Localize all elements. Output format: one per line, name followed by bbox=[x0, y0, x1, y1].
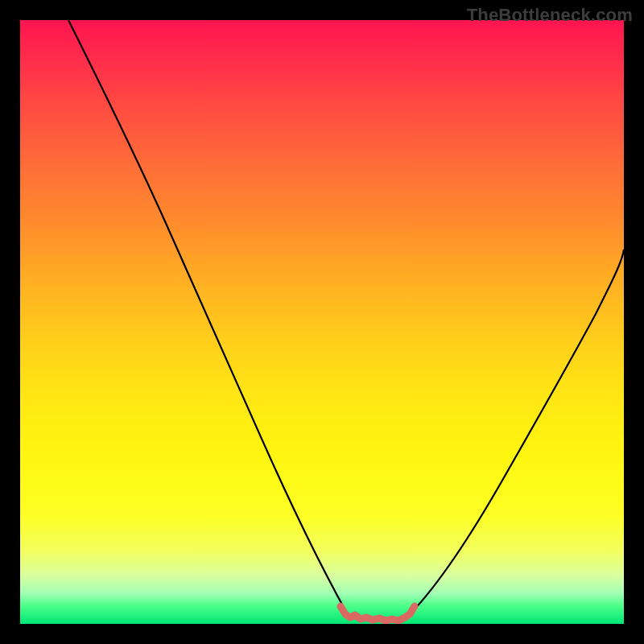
watermark-text: TheBottleneck.com bbox=[467, 5, 633, 26]
plot-area bbox=[20, 20, 624, 624]
curve-right bbox=[412, 250, 624, 612]
curves-svg bbox=[20, 20, 624, 624]
curve-left bbox=[68, 20, 346, 612]
floor-segment bbox=[341, 606, 415, 621]
